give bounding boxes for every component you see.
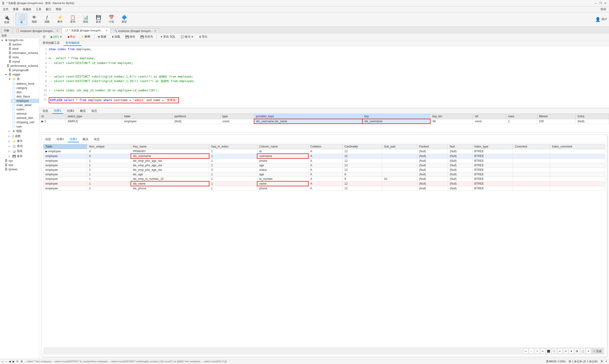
beautify-btn[interactable]: ✦ 美化 SQL	[158, 34, 178, 39]
status-refresh[interactable]: ↻	[16, 360, 19, 363]
inner-col-column[interactable]: Column_name	[257, 144, 308, 149]
menu-tools[interactable]: 工具	[34, 7, 43, 12]
col-id[interactable]: id	[39, 114, 66, 119]
inner-tab-result1[interactable]: 结果1	[55, 137, 66, 142]
menu-help[interactable]: 帮助	[54, 7, 63, 12]
sidebar-dish[interactable]: 📄dish	[11, 90, 39, 94]
inner-col-collation[interactable]: Collation	[308, 144, 343, 149]
result-tab-info[interactable]: 信息	[41, 108, 50, 114]
sidebar-events-group[interactable]: ▷ ⚡ 事件	[8, 139, 39, 144]
sidebar-db-hongzhi[interactable]: ▼ 🖥 hongzhi-mo	[0, 38, 39, 42]
inner-col-index-type[interactable]: Index_type	[472, 144, 513, 149]
inner-tab-overview[interactable]: 概况	[81, 137, 90, 142]
tab-employee-1-close[interactable]: ✕	[56, 29, 58, 32]
inner-tab-status[interactable]: 状态	[92, 137, 102, 142]
inner-tab-result2[interactable]: 结果2	[68, 137, 79, 142]
col-table[interactable]: table	[122, 114, 172, 119]
status-nav-next[interactable]: ▶	[13, 360, 14, 363]
sidebar-book[interactable]: 🗄book	[4, 47, 39, 51]
tab-employee-2-close[interactable]: ✕	[154, 29, 156, 32]
toolbar-query-btn[interactable]: 📋 查询	[67, 14, 79, 25]
col-ref[interactable]: ref	[473, 114, 506, 119]
status-list-icon[interactable]: ≡	[606, 360, 607, 363]
tab-untitled-close[interactable]: ✕	[105, 29, 107, 32]
result-tab-overview[interactable]: 概况	[78, 108, 88, 114]
sidebar-category[interactable]: 📄category	[11, 86, 39, 90]
explain-btn[interactable]: ⚡ 解释	[78, 34, 92, 39]
sidebar-sys[interactable]: 🗄sys	[0, 159, 39, 163]
draw-download[interactable]: ⬇	[569, 349, 574, 354]
sidebar-reggie[interactable]: ▼ 🗄 reggie	[4, 72, 39, 77]
tab-employee-1[interactable]: 📋 employee @reggie (hongzh... ✕	[13, 28, 61, 33]
col-possible-keys[interactable]: possible_keys	[254, 114, 362, 119]
col-rows[interactable]: rows	[506, 114, 537, 119]
toolbar-table-btn[interactable]: ⬜ 表	[15, 13, 27, 25]
menu-view[interactable]: 查看	[11, 7, 20, 12]
inner-col-packed[interactable]: Packed	[417, 144, 448, 149]
draw-redo[interactable]: ↺	[563, 349, 568, 354]
toolbar-report-btn[interactable]: 📊 报表	[80, 14, 91, 25]
col-type[interactable]: type	[220, 114, 254, 119]
toolbar-backup-btn[interactable]: 💾 备份	[92, 14, 104, 25]
comment-btn[interactable]: 💬 备注 ▼	[179, 34, 196, 39]
toolbar-event-btn[interactable]: ⚡ 事件	[54, 14, 66, 25]
draw-copy[interactable]: 🖫	[574, 349, 580, 354]
menu-file[interactable]: 文件	[1, 7, 11, 12]
menu-favorites[interactable]: 收藏夹	[21, 7, 33, 12]
new-btn[interactable]: ✚ 新建	[96, 34, 108, 39]
sidebar-shopping-cart[interactable]: 📄shopping_cart	[11, 120, 39, 124]
tab-query-editor[interactable]: 查询编辑器	[64, 40, 82, 46]
inner-col-key-name[interactable]: Key_name	[131, 144, 209, 149]
result-tab-status[interactable]: 状态	[90, 108, 99, 114]
sidebar-dish-flavor[interactable]: 📄dish_flavor	[11, 94, 39, 99]
draw-finish[interactable]: ✓ 完成	[592, 349, 603, 354]
col-filtered[interactable]: filtered	[537, 114, 575, 119]
toolbar-schedule-btn[interactable]: 📅 计划	[105, 14, 117, 25]
inner-col-table[interactable]: Table	[43, 144, 87, 149]
close-button[interactable]: ✕	[603, 1, 607, 5]
sidebar-employee[interactable]: 📄employee	[11, 99, 39, 103]
tab-create-tool[interactable]: 查询创建工具	[41, 40, 62, 46]
sidebar-mysql[interactable]: 🗄mysql	[4, 59, 39, 64]
draw-rect[interactable]: ▭	[523, 349, 528, 354]
stop-btn[interactable]: ■ 停止	[65, 34, 78, 39]
col-partitions[interactable]: partitions	[172, 114, 220, 119]
sidebar-auction[interactable]: 🗄auction	[4, 42, 39, 47]
restore-button[interactable]: ❐	[598, 1, 602, 5]
sidebar-tynews[interactable]: 🗄tynews	[0, 167, 39, 171]
tab-objects[interactable]: 对象	[1, 28, 12, 33]
col-extra[interactable]: Extra	[576, 114, 609, 119]
status-add[interactable]: +	[2, 360, 3, 363]
col-key[interactable]: key	[362, 114, 430, 119]
draw-circle[interactable]: ○	[529, 349, 534, 354]
result-tab-result2[interactable]: 结果2	[65, 108, 76, 114]
status-grid-icon[interactable]: ⊞	[601, 360, 603, 363]
save-btn[interactable]: 💾 保存	[123, 34, 137, 39]
inner-col-cardinality[interactable]: Cardinality	[342, 144, 382, 149]
menu-window[interactable]: 窗口	[44, 7, 53, 12]
sidebar-backups-group[interactable]: ▷ 💾 备份	[8, 154, 39, 159]
sidebar-order-detail[interactable]: 📄order_detail	[11, 103, 39, 107]
export-btn[interactable]: ⬇ 导出	[197, 34, 210, 39]
sidebar-moto[interactable]: 🗄moto	[4, 55, 39, 59]
sidebar-test[interactable]: 🗄test	[0, 163, 39, 167]
saveas-btn[interactable]: 💾 另存为	[138, 34, 155, 39]
run-btn[interactable]: ▶ 运行 ▼	[49, 34, 65, 39]
inner-tab-info[interactable]: 信息	[43, 137, 53, 142]
load-btn[interactable]: ⬆ 加载	[109, 34, 122, 39]
toolbar-connect-btn[interactable]: 🔌 连接	[2, 14, 12, 25]
hamburger-menu[interactable]: ☰	[41, 35, 48, 39]
status-minus[interactable]: −	[5, 360, 7, 363]
status-nav-prev[interactable]: ◀	[9, 360, 11, 363]
draw-arrow[interactable]: ↗	[534, 349, 540, 354]
sidebar-setmeal-dish[interactable]: 📄setmeal_dish	[11, 116, 39, 120]
tab-employee-2[interactable]: 🔍 employee @reggie (hongzh... ✕	[111, 28, 159, 33]
tab-untitled[interactable]: 📝 * 无标题 @reggie (hongzhi-... ✕	[62, 28, 110, 33]
sidebar-infschema[interactable]: 🗄information_schema	[4, 51, 39, 55]
sidebar-address-book[interactable]: 📄address_book	[11, 82, 39, 86]
draw-undo[interactable]: ↩	[557, 349, 563, 354]
sidebar-perfschema[interactable]: 🗄performance_schema	[4, 64, 39, 68]
sidebar-user[interactable]: 📄user	[11, 124, 39, 129]
sidebar-reports-group[interactable]: ▷ 📊 报表	[8, 149, 39, 154]
toolbar-view-btn[interactable]: 👁 视图	[28, 14, 40, 25]
